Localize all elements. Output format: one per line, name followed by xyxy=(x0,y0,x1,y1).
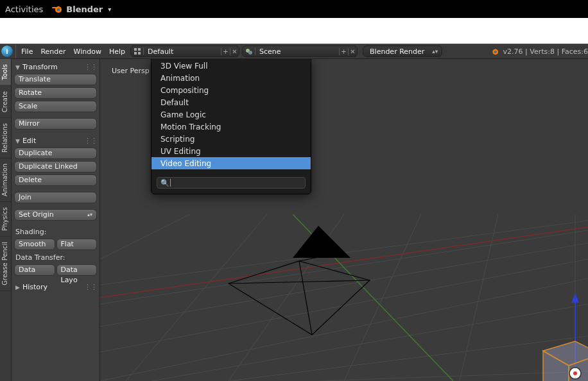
vtab-relations[interactable]: Relations xyxy=(0,118,11,158)
search-icon: 🔍 xyxy=(160,179,170,187)
rotate-button[interactable]: Rotate xyxy=(14,87,97,99)
svg-point-35 xyxy=(573,371,577,375)
layout-option-compositing[interactable]: Compositing xyxy=(151,84,311,96)
svg-line-12 xyxy=(100,243,588,326)
editor-type-button[interactable]: i xyxy=(0,45,14,58)
vtab-create[interactable]: Create xyxy=(0,86,11,118)
render-engine-value: Blender Render xyxy=(370,47,424,56)
svg-line-27 xyxy=(299,261,312,335)
menu-window[interactable]: Window xyxy=(70,45,105,58)
svg-line-17 xyxy=(318,371,588,381)
svg-point-1 xyxy=(57,8,60,11)
scene-dropdown[interactable]: Scene + ✕ xyxy=(242,46,358,57)
svg-line-10 xyxy=(100,221,588,285)
menu-file[interactable]: File xyxy=(17,45,37,58)
shade-flat-button[interactable]: Flat xyxy=(56,239,98,250)
layout-option-motion-tracking[interactable]: Motion Tracking xyxy=(151,121,311,133)
gnome-top-bar: Activities Blender ▾ xyxy=(0,0,588,18)
svg-point-9 xyxy=(494,51,496,53)
svg-line-21 xyxy=(344,214,421,381)
svg-line-22 xyxy=(460,214,498,381)
layout-search-input[interactable] xyxy=(171,179,302,187)
scene-stats: v2.76 | Verts:8 | Faces:6 xyxy=(503,47,588,56)
toolshelf-tabs: Tools Create Relations Animation Physics… xyxy=(0,59,12,381)
window-gap xyxy=(0,18,588,44)
axis-x xyxy=(100,227,588,298)
blender-icon xyxy=(52,4,62,14)
scene-add-button[interactable]: + xyxy=(339,48,348,55)
scene-delete-button[interactable]: ✕ xyxy=(348,48,357,55)
mirror-button[interactable]: Mirror xyxy=(14,118,97,130)
3d-viewport[interactable]: User Persp xyxy=(100,59,588,381)
layout-option-uv-editing[interactable]: UV Editing xyxy=(151,145,311,157)
layout-option-3d-view-full[interactable]: 3D View Full xyxy=(151,60,311,72)
drag-handle-icon[interactable]: ⋮⋮ xyxy=(84,283,97,291)
layout-option-animation[interactable]: Animation xyxy=(151,72,311,84)
layout-search-field[interactable]: 🔍 xyxy=(157,177,306,189)
delete-button[interactable]: Delete xyxy=(14,174,97,186)
svg-marker-30 xyxy=(571,293,579,303)
panel-history-header[interactable]: ▶ History ⋮⋮ xyxy=(14,282,97,294)
panel-edit-title: Edit xyxy=(22,137,36,145)
screen-layout-dropdown[interactable]: Default + ✕ xyxy=(130,46,239,57)
duplicate-linked-button[interactable]: Duplicate Linked xyxy=(14,161,97,173)
set-origin-label: Set Origin xyxy=(19,210,54,220)
vtab-physics[interactable]: Physics xyxy=(0,202,11,237)
scale-button[interactable]: Scale xyxy=(14,101,97,112)
svg-line-28 xyxy=(299,257,322,261)
svg-line-14 xyxy=(100,278,588,381)
scene-value: Scene xyxy=(255,47,339,56)
disclosure-right-icon: ▶ xyxy=(15,284,20,291)
set-origin-dropdown[interactable]: Set Origin ▴▾ xyxy=(14,209,97,221)
scene-icon xyxy=(243,47,255,55)
svg-rect-2 xyxy=(134,48,137,51)
svg-line-16 xyxy=(229,336,588,381)
drag-handle-icon[interactable]: ⋮⋮ xyxy=(84,63,97,71)
drag-handle-icon[interactable]: ⋮⋮ xyxy=(84,137,97,145)
svg-line-13 xyxy=(100,259,588,352)
layout-add-button[interactable]: + xyxy=(221,48,230,55)
panel-edit-header[interactable]: ▼ Edit ⋮⋮ xyxy=(14,135,97,148)
vtab-grease-pencil[interactable]: Grease Pencil xyxy=(0,237,11,291)
menu-help[interactable]: Help xyxy=(105,45,129,58)
panel-transform-header[interactable]: ▼ Transform ⋮⋮ xyxy=(14,62,97,74)
translate-button[interactable]: Translate xyxy=(14,74,97,85)
layout-option-default[interactable]: Default xyxy=(151,96,311,108)
render-engine-dropdown[interactable]: Blender Render ▴▾ xyxy=(363,46,442,57)
svg-marker-33 xyxy=(569,354,588,381)
layout-delete-button[interactable]: ✕ xyxy=(230,48,239,55)
activities-button[interactable]: Activities xyxy=(5,4,43,14)
svg-line-20 xyxy=(229,214,344,381)
chevron-updown-icon: ▴▾ xyxy=(87,210,92,220)
camera-object xyxy=(222,226,389,354)
vtab-tools[interactable]: Tools xyxy=(0,59,11,86)
duplicate-button[interactable]: Duplicate xyxy=(14,148,97,159)
active-app-menu[interactable]: Blender ▾ xyxy=(52,4,111,14)
layout-grid-icon xyxy=(131,47,144,55)
data-button[interactable]: Data xyxy=(14,264,55,276)
layout-option-video-editing[interactable]: Video Editing xyxy=(151,157,311,169)
layout-option-list: 3D View Full Animation Compositing Defau… xyxy=(151,59,311,174)
vtab-animation[interactable]: Animation xyxy=(0,158,11,202)
svg-rect-5 xyxy=(138,52,141,55)
svg-marker-25 xyxy=(229,261,370,335)
blender-icon xyxy=(489,46,499,56)
join-button[interactable]: Join xyxy=(14,192,97,203)
data-transfer-label: Data Transfer: xyxy=(14,252,97,264)
tool-shelf: ▼ Transform ⋮⋮ Translate Rotate Scale Mi… xyxy=(12,59,100,381)
layout-option-game-logic[interactable]: Game Logic xyxy=(151,108,311,121)
svg-marker-32 xyxy=(543,351,569,381)
layout-option-scripting[interactable]: Scripting xyxy=(151,133,311,145)
svg-line-15 xyxy=(151,304,588,381)
shading-label: Shading: xyxy=(14,226,97,239)
grid-floor xyxy=(100,214,588,381)
menu-render[interactable]: Render xyxy=(37,45,69,58)
svg-rect-3 xyxy=(138,48,141,51)
active-app-name: Blender xyxy=(66,4,103,14)
screen-layout-popup: 3D View Full Animation Compositing Defau… xyxy=(151,59,311,194)
svg-point-34 xyxy=(569,368,581,379)
data-layout-button[interactable]: Data Layo xyxy=(56,264,98,276)
shade-smooth-button[interactable]: Smooth xyxy=(14,239,55,250)
svg-marker-31 xyxy=(543,341,588,366)
svg-marker-24 xyxy=(293,226,350,258)
